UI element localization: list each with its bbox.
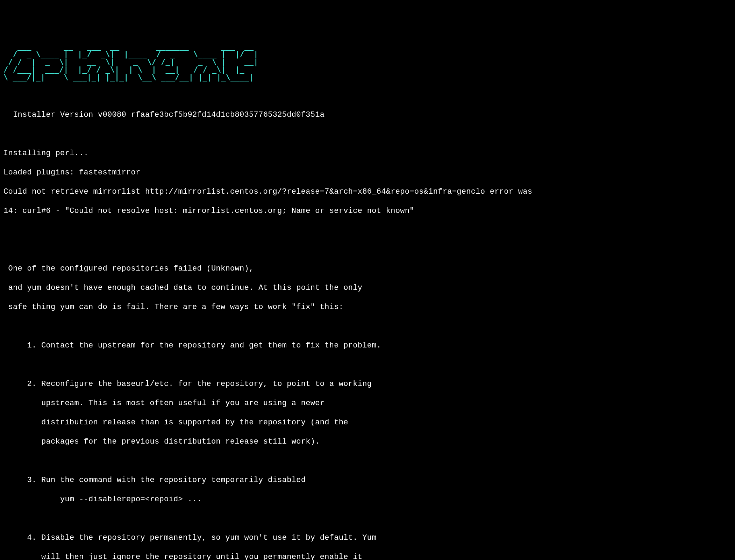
option-1: 1. Contact the upstream for the reposito… xyxy=(3,341,732,351)
blank-line xyxy=(3,360,732,370)
repo-failed-line-2: and yum doesn't have enough cached data … xyxy=(3,283,732,293)
option-2-line-3: distribution release than is supported b… xyxy=(3,418,732,428)
installing-perl-line: Installing perl... xyxy=(3,149,732,158)
blank-line xyxy=(3,129,732,139)
option-3-line-1: 3. Run the command with the repository t… xyxy=(3,475,732,485)
repo-failed-line-1: One of the configured repositories faile… xyxy=(3,264,732,274)
loaded-plugins-line: Loaded plugins: fastestmirror xyxy=(3,168,732,178)
mirrorlist-error-line: Could not retrieve mirrorlist http://mir… xyxy=(3,187,732,197)
repo-failed-line-3: safe thing yum can do is fail. There are… xyxy=(3,302,732,312)
option-3-line-2: yum --disablerepo=<repoid> ... xyxy=(3,495,732,504)
curl-error-line: 14: curl#6 - "Could not resolve host: mi… xyxy=(3,206,732,216)
option-2-line-1: 2. Reconfigure the baseurl/etc. for the … xyxy=(3,379,732,389)
blank-line xyxy=(3,91,732,101)
option-4-line-2: will then just ignore the repository unt… xyxy=(3,552,732,560)
installer-version: Installer Version v00080 rfaafe3bcf5b92f… xyxy=(3,110,732,120)
blank-line xyxy=(3,245,732,254)
blank-line xyxy=(3,322,732,331)
option-2-line-4: packages for the previous distribution r… xyxy=(3,437,732,447)
blank-line xyxy=(3,514,732,524)
option-2-line-2: upstream. This is most often useful if y… xyxy=(3,399,732,408)
blank-line xyxy=(3,225,732,235)
cpanel-ascii-logo: ___ __ ___ __ _______ ___ __ / _ \____ |… xyxy=(3,43,732,81)
option-4-line-1: 4. Disable the repository permanently, s… xyxy=(3,533,732,543)
blank-line xyxy=(3,456,732,466)
